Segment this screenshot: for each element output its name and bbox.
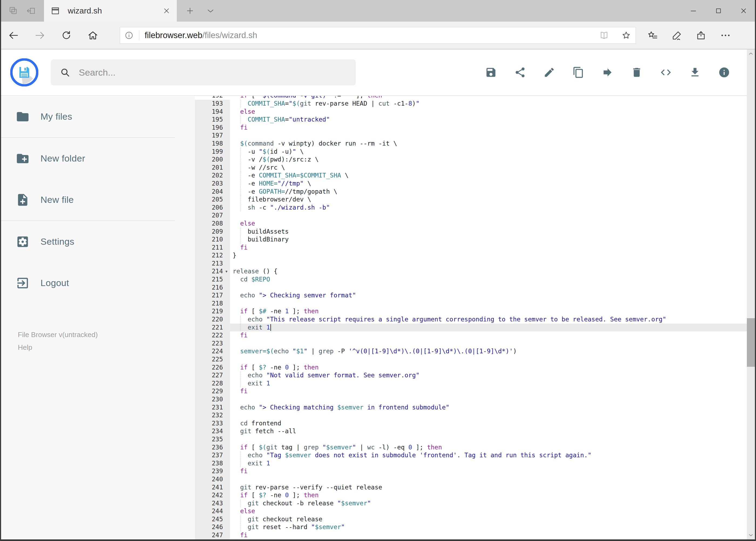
- code-text[interactable]: fi: [230, 467, 755, 475]
- forward-icon[interactable]: [602, 66, 614, 78]
- more-options-button[interactable]: [718, 28, 733, 43]
- vertical-scrollbar[interactable]: [747, 49, 755, 539]
- close-button[interactable]: [731, 0, 756, 22]
- scroll-down-arrow[interactable]: [747, 531, 755, 539]
- tab-preview-icon[interactable]: [8, 6, 18, 16]
- code-text[interactable]: git fetch --all: [230, 427, 755, 435]
- code-text[interactable]: if [ $# -ne 1 ]; then: [230, 307, 755, 315]
- code-icon[interactable]: [660, 66, 672, 78]
- scrollbar-thumb[interactable]: [747, 318, 755, 367]
- refresh-button[interactable]: [59, 28, 74, 43]
- code-text[interactable]: fi: [230, 331, 755, 339]
- code-text[interactable]: [230, 212, 755, 220]
- code-text[interactable]: buildAssets: [230, 228, 755, 236]
- tab-close-icon[interactable]: [163, 7, 170, 15]
- code-editor[interactable]: 192 if [ "$(command -v git)" != "" ]; th…: [195, 96, 755, 539]
- search-input[interactable]: [78, 67, 347, 78]
- sidebar-item-new-file[interactable]: New file: [1, 179, 195, 221]
- code-text[interactable]: git checkout -b release "$semver": [230, 499, 755, 507]
- code-text[interactable]: echo "> Checking matching $semver in fro…: [230, 403, 755, 412]
- sidebar-item-logout[interactable]: Logout: [1, 262, 195, 303]
- code-text[interactable]: -v /$(pwd):/src:z \: [230, 156, 755, 164]
- code-text[interactable]: exit 1: [230, 379, 755, 387]
- search-box[interactable]: [51, 59, 356, 85]
- code-text[interactable]: if [ $(git tag | grep "$semver" | wc -l)…: [230, 443, 755, 452]
- sidebar-item-settings[interactable]: Settings: [1, 221, 195, 262]
- code-text[interactable]: else: [230, 507, 755, 515]
- code-text[interactable]: buildBinary: [230, 236, 755, 244]
- hub-button[interactable]: [645, 28, 660, 43]
- info-icon[interactable]: [718, 66, 730, 78]
- code-text[interactable]: exit 1: [230, 323, 755, 332]
- code-text[interactable]: -e COMMIT_SHA=$COMMIT_SHA \: [230, 172, 755, 180]
- code-text[interactable]: [230, 435, 755, 443]
- code-text[interactable]: -u "$(id -u)" \: [230, 148, 755, 156]
- code-text[interactable]: [230, 283, 755, 292]
- code-text[interactable]: sh -c "./wizard.sh -b": [230, 204, 755, 212]
- code-text[interactable]: echo "> Checking semver format": [230, 291, 755, 299]
- code-text[interactable]: git rev-parse --verify --quiet release: [230, 483, 755, 492]
- code-text[interactable]: semver=$(echo "$1" | grep -P '^v(0|[1-9]…: [230, 347, 755, 355]
- tab-preview-toggle[interactable]: [202, 0, 219, 22]
- url-text[interactable]: filebrowser.web/files/wizard.sh: [145, 31, 594, 40]
- new-tab-button[interactable]: [181, 0, 199, 22]
- code-text[interactable]: [230, 395, 755, 403]
- share-icon[interactable]: [514, 66, 526, 78]
- code-text[interactable]: echo "Not valid semver format. See semve…: [230, 371, 755, 379]
- code-text[interactable]: git checkout release: [230, 515, 755, 523]
- sidebar-item-new-folder[interactable]: New folder: [1, 138, 195, 179]
- maximize-button[interactable]: [706, 0, 731, 22]
- share-page-button[interactable]: [694, 28, 709, 43]
- minimize-button[interactable]: [681, 0, 706, 22]
- code-text[interactable]: echo "Tag $semver does not exist in subm…: [230, 451, 755, 459]
- code-text[interactable]: cd frontend: [230, 419, 755, 427]
- code-text[interactable]: [230, 260, 755, 268]
- code-text[interactable]: -w //src \: [230, 164, 755, 172]
- code-text[interactable]: filebrowser/dev \: [230, 196, 755, 204]
- sidebar-item-my-files[interactable]: My files: [1, 96, 195, 137]
- code-text[interactable]: release () {: [230, 268, 755, 275]
- tabs-set-aside-icon[interactable]: [26, 6, 36, 16]
- scroll-up-arrow[interactable]: [747, 49, 755, 58]
- code-text[interactable]: [230, 475, 755, 483]
- code-text[interactable]: COMMIT_SHA="untracked": [230, 116, 755, 124]
- browser-tab[interactable]: wizard.sh: [44, 0, 177, 22]
- code-text[interactable]: -e GOPATH=//tmp/gopath \: [230, 188, 755, 196]
- address-bar[interactable]: filebrowser.web/files/wizard.sh: [120, 27, 636, 44]
- help-link[interactable]: Help: [18, 341, 195, 354]
- forward-button[interactable]: [32, 28, 48, 43]
- code-text[interactable]: fi: [230, 124, 755, 132]
- code-text[interactable]: fi: [230, 387, 755, 395]
- home-button[interactable]: [85, 28, 101, 43]
- code-text[interactable]: cd $REPO: [230, 275, 755, 283]
- code-text[interactable]: [230, 299, 755, 307]
- code-text[interactable]: else: [230, 108, 755, 116]
- code-text[interactable]: -e HOME="//tmp" \: [230, 180, 755, 188]
- code-text[interactable]: [230, 411, 755, 419]
- copy-icon[interactable]: [573, 66, 584, 78]
- reading-view-icon[interactable]: [599, 30, 609, 41]
- fold-arrow-icon[interactable]: ▾: [223, 268, 230, 275]
- edit-icon[interactable]: [543, 66, 555, 78]
- code-text[interactable]: git reset --hard "$semver": [230, 523, 755, 531]
- filebrowser-logo[interactable]: [10, 58, 38, 86]
- code-text[interactable]: [230, 132, 755, 140]
- code-text[interactable]: }: [230, 252, 755, 260]
- code-text[interactable]: if [ $? -ne 0 ]; then: [230, 491, 755, 499]
- code-text[interactable]: COMMIT_SHA="$(git rev-parse HEAD | cut -…: [230, 100, 755, 108]
- code-text[interactable]: if [ $? -ne 0 ]; then: [230, 363, 755, 372]
- web-note-button[interactable]: [669, 28, 684, 43]
- favorite-star-icon[interactable]: [621, 30, 631, 41]
- site-info-icon[interactable]: [125, 31, 133, 40]
- back-button[interactable]: [6, 28, 21, 43]
- code-text[interactable]: fi: [230, 531, 755, 539]
- download-icon[interactable]: [689, 66, 701, 78]
- code-text[interactable]: [230, 355, 755, 363]
- code-text[interactable]: $(command -v winpty) docker run --rm -it…: [230, 140, 755, 148]
- code-text[interactable]: fi: [230, 244, 755, 252]
- code-text[interactable]: else: [230, 220, 755, 228]
- save-icon[interactable]: [485, 66, 497, 78]
- code-text[interactable]: echo "This release script requires a sin…: [230, 315, 755, 323]
- code-text[interactable]: exit 1: [230, 459, 755, 467]
- delete-icon[interactable]: [631, 66, 642, 78]
